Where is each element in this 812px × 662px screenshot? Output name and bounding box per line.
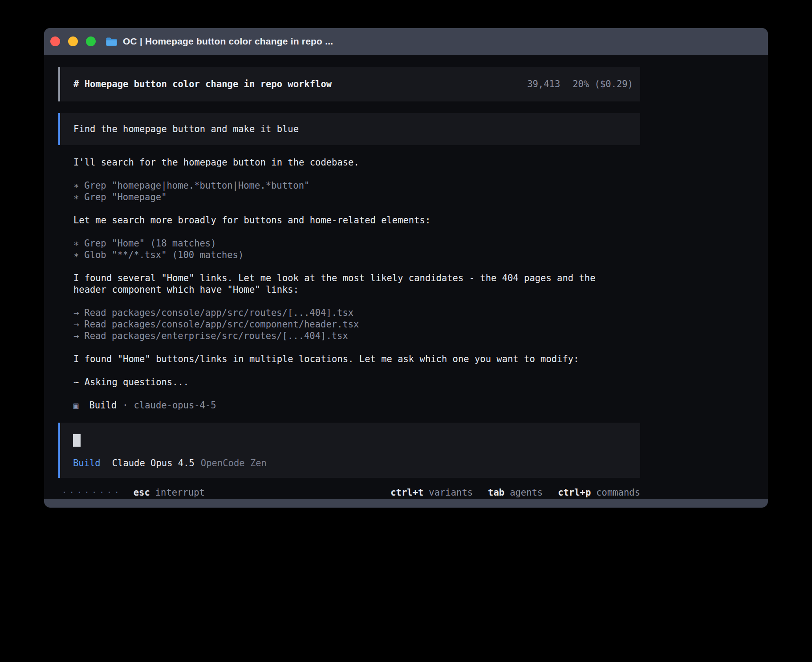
session-header: # Homepage button color change in repo w…	[58, 67, 640, 101]
tool-call-line: ∗ Grep "Home" (18 matches)	[73, 238, 640, 249]
minimize-button[interactable]	[68, 36, 78, 46]
hint-variants: ctrl+t variants	[390, 487, 473, 498]
assistant-paragraph: I'll search for the homepage button in t…	[73, 157, 640, 168]
input-meta: Build Claude Opus 4.5 OpenCode Zen	[73, 457, 627, 469]
tool-call-line: → Read packages/enterprise/src/routes/[.…	[73, 330, 640, 342]
read-arrow-icon: →	[73, 307, 79, 319]
agent-icon: ▣	[73, 400, 78, 411]
session-content: # Homepage button color change in repo w…	[58, 67, 640, 498]
agent-mode-label[interactable]: Build	[73, 457, 101, 469]
interrupt-label: interrupt	[155, 487, 205, 498]
read-arrow-icon: →	[73, 319, 79, 330]
user-message-text: Find the homepage button and make it blu…	[73, 124, 299, 134]
agent-status-line: ▣ Build · claude-opus-4-5	[73, 400, 640, 411]
terminal-viewport: # Homepage button color change in repo w…	[44, 55, 768, 499]
dot-separator: ·	[122, 400, 128, 411]
esc-key: esc	[134, 487, 150, 498]
tool-call-text: Grep "Home" (18 matches)	[84, 238, 216, 249]
tool-call-text: Glob "**/*.tsx" (100 matches)	[84, 249, 244, 261]
input-cursor	[73, 434, 81, 447]
desktop: OC | Homepage button color change in rep…	[0, 0, 812, 662]
assistant-paragraph: Let me search more broadly for buttons a…	[73, 214, 640, 226]
context-usage: 20% ($0.29)	[572, 78, 633, 90]
commands-label: commands	[596, 487, 640, 498]
tool-call-group: ∗ Grep "homepage|home.*button|Home.*butt…	[73, 180, 640, 203]
tool-bullet-icon: ∗	[73, 180, 79, 191]
close-button[interactable]	[50, 36, 60, 46]
agents-label: agents	[510, 487, 543, 498]
tool-bullet-icon: ∗	[73, 191, 79, 203]
zoom-button[interactable]	[86, 36, 96, 46]
status-bar: ········ esc interrupt ctrl+t variants t…	[58, 487, 640, 498]
tool-call-text: Grep "homepage|home.*button|Home.*button…	[84, 180, 309, 191]
tool-call-line: ∗ Grep "Homepage"	[73, 191, 640, 203]
ctrl-p-key: ctrl+p	[558, 487, 591, 498]
paragraph-line: I found several "Home" links. Let me loo…	[73, 273, 596, 283]
status-bar-right: ctrl+t variants tab agents ctrl+p comman…	[390, 487, 640, 498]
tool-call-text: Read packages/enterprise/src/routes/[...…	[84, 330, 348, 342]
window-controls	[50, 36, 96, 46]
tool-call-line: ∗ Glob "**/*.tsx" (100 matches)	[73, 249, 640, 261]
token-count: 39,413	[527, 78, 560, 90]
tool-call-line: → Read packages/console/app/src/componen…	[73, 319, 640, 330]
assistant-paragraph: I found several "Home" links. Let me loo…	[73, 272, 640, 295]
ctrl-t-key: ctrl+t	[390, 487, 423, 498]
tool-call-text: Read packages/console/app/src/routes/[..…	[84, 307, 353, 319]
window-title-group: OC | Homepage button color change in rep…	[106, 36, 333, 47]
titlebar[interactable]: OC | Homepage button color change in rep…	[44, 28, 768, 55]
tool-bullet-icon: ∗	[73, 249, 79, 261]
tool-call-line: ∗ Grep "homepage|home.*button|Home.*butt…	[73, 180, 640, 191]
window-title: OC | Homepage button color change in rep…	[123, 36, 333, 47]
tool-call-group: ∗ Grep "Home" (18 matches) ∗ Glob "**/*.…	[73, 238, 640, 261]
prompt-input[interactable]: Build Claude Opus 4.5 OpenCode Zen	[58, 423, 640, 478]
hint-commands: ctrl+p commands	[558, 487, 640, 498]
tool-call-text: Read packages/console/app/src/component/…	[84, 319, 359, 330]
tool-call-line: → Read packages/console/app/src/routes/[…	[73, 307, 640, 319]
input-model-label[interactable]: Claude Opus 4.5	[112, 457, 195, 469]
model-name: claude-opus-4-5	[134, 400, 216, 411]
tool-bullet-icon: ∗	[73, 238, 79, 249]
hint-agents: tab agents	[488, 487, 543, 498]
tool-call-text: Grep "Homepage"	[84, 191, 166, 203]
terminal-window: OC | Homepage button color change in rep…	[44, 28, 768, 508]
spinner-dots-icon: ········	[62, 487, 122, 498]
read-arrow-icon: →	[73, 330, 79, 342]
user-message: Find the homepage button and make it blu…	[58, 113, 640, 145]
input-provider-label: OpenCode Zen	[201, 457, 267, 469]
tool-call-group: → Read packages/console/app/src/routes/[…	[73, 307, 640, 342]
tab-key: tab	[488, 487, 504, 498]
agent-name: Build	[89, 400, 117, 411]
paragraph-line: header component which have "Home" links…	[73, 284, 299, 295]
session-stats: 39,413 20% ($0.29)	[527, 78, 633, 90]
hint-esc: esc interrupt	[134, 487, 205, 498]
assistant-paragraph: I found "Home" buttons/links in multiple…	[73, 353, 640, 365]
folder-icon	[106, 37, 118, 46]
status-bar-left: ········ esc interrupt	[62, 487, 205, 498]
session-title: # Homepage button color change in repo w…	[73, 78, 332, 90]
assistant-status-text: ~ Asking questions...	[73, 376, 640, 388]
variants-label: variants	[429, 487, 473, 498]
